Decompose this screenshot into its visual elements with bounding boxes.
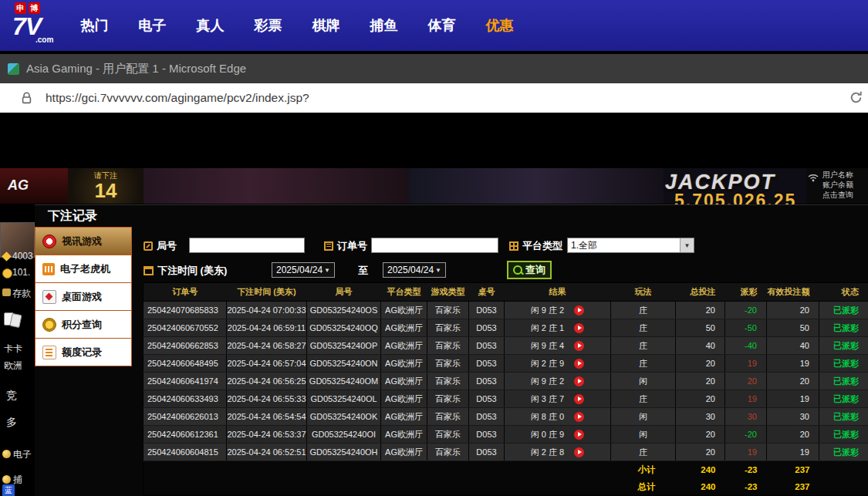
replay-button[interactable] bbox=[574, 430, 584, 440]
cell-play: 庄 bbox=[611, 302, 676, 319]
table-row: 250424060633493 2025-04-24 06:55:33 GD05… bbox=[144, 390, 868, 408]
order-id-input[interactable] bbox=[371, 238, 498, 253]
cell-result: 闲 0 庄 9 bbox=[505, 426, 611, 444]
cell-game-type: 百家乐 bbox=[427, 302, 469, 319]
nav-item-0[interactable]: 热门 bbox=[66, 16, 123, 35]
cell-table-id: D053 bbox=[469, 444, 505, 461]
lock-icon[interactable] bbox=[22, 92, 32, 104]
user-info-line: 账户余额 bbox=[822, 180, 868, 190]
cell-round-id: GD053254240OM bbox=[307, 373, 381, 390]
screen: 申 博 7V .com 热门电子真人彩票棋牌捕鱼体育优惠 Asia Gaming… bbox=[0, 0, 868, 496]
table-row: 250424060648495 2025-04-24 06:57:04 GD05… bbox=[144, 355, 868, 373]
sidebar-item[interactable]: 电子老虎机 bbox=[35, 255, 131, 283]
total-valid-bet: 237 bbox=[767, 478, 819, 496]
cell-payout: 19 bbox=[725, 444, 767, 461]
background-menu-fragment[interactable]: 卡卡 bbox=[4, 342, 22, 356]
url-text[interactable]: https://gci.7vvvvvv.com/agingame/pcv2/in… bbox=[46, 91, 309, 105]
replay-button[interactable] bbox=[574, 305, 584, 315]
live-video-icon bbox=[42, 235, 56, 248]
countdown-value: 14 bbox=[68, 179, 144, 203]
total-payout: -23 bbox=[725, 478, 767, 496]
background-menu-fragment[interactable]: 存款 bbox=[12, 287, 31, 300]
nav-item-3[interactable]: 彩票 bbox=[239, 16, 297, 35]
tag-icon bbox=[144, 241, 153, 251]
cell-valid-bet: 20 bbox=[767, 373, 819, 390]
cell-total-bet: 20 bbox=[676, 355, 725, 373]
cell-bet-time: 2025-04-24 06:59:11 bbox=[227, 319, 307, 337]
table-row: 250424060626013 2025-04-24 06:54:54 GD05… bbox=[144, 408, 868, 426]
cell-valid-bet: 50 bbox=[767, 319, 819, 337]
search-button-label: 查询 bbox=[525, 263, 545, 277]
cards-icon bbox=[4, 312, 27, 328]
replay-button[interactable] bbox=[574, 323, 584, 333]
chevron-down-icon: ▼ bbox=[435, 267, 441, 274]
credit-record-icon bbox=[42, 346, 56, 359]
nav-item-1[interactable]: 电子 bbox=[123, 16, 181, 35]
cell-total-bet: 40 bbox=[676, 337, 725, 355]
cell-order-id: 250424060612361 bbox=[144, 426, 227, 444]
subtotal-payout: -23 bbox=[725, 461, 767, 479]
cell-round-id: GD053254240OQ bbox=[307, 319, 381, 337]
cell-game-type: 百家乐 bbox=[427, 319, 469, 337]
cell-total-bet: 20 bbox=[676, 444, 725, 461]
cell-bet-time: 2025-04-24 06:53:37 bbox=[227, 426, 307, 444]
cell-valid-bet: 19 bbox=[767, 355, 819, 373]
replay-button[interactable] bbox=[574, 359, 584, 369]
nav-item-5[interactable]: 捕鱼 bbox=[355, 16, 413, 35]
cell-bet-time: 2025-04-24 06:58:27 bbox=[227, 337, 307, 355]
cell-status: 已派彩 bbox=[819, 302, 868, 319]
site-logo[interactable]: 申 博 7V .com bbox=[12, 2, 68, 49]
background-menu-fragment[interactable]: 电子 bbox=[13, 448, 32, 461]
nav-item-6[interactable]: 体育 bbox=[413, 16, 471, 35]
replay-button[interactable] bbox=[574, 341, 584, 351]
cell-play: 庄 bbox=[611, 444, 676, 461]
cell-table-id: D053 bbox=[469, 355, 505, 373]
ag-logo: AG bbox=[8, 177, 29, 194]
cell-result: 闲 9 庄 2 bbox=[505, 302, 611, 319]
cell-table-id: D053 bbox=[469, 373, 505, 390]
browser-titlebar: Asia Gaming - 用户配置 1 - Microsoft Edge bbox=[0, 54, 868, 83]
cell-bet-time: 2025-04-24 07:00:33 bbox=[227, 302, 307, 319]
replay-button[interactable] bbox=[574, 376, 584, 386]
refresh-icon[interactable] bbox=[849, 90, 863, 108]
date-to-picker[interactable]: 2025/04/24 ▼ bbox=[383, 262, 446, 278]
cell-result: 闲 9 庄 2 bbox=[505, 373, 611, 390]
background-menu-fragment[interactable]: 欧洲 bbox=[4, 359, 22, 373]
cell-platform: AG欧洲厅 bbox=[381, 337, 427, 355]
nav-item-2[interactable]: 真人 bbox=[181, 16, 239, 35]
logo-suffix: .com bbox=[35, 35, 68, 44]
replay-button[interactable] bbox=[574, 394, 584, 404]
nav-item-4[interactable]: 棋牌 bbox=[297, 16, 355, 35]
column-header: 总投注 bbox=[676, 283, 725, 302]
background-menu-fragment[interactable]: 竞 bbox=[6, 389, 17, 403]
banner-image bbox=[144, 168, 409, 204]
cell-bet-time: 2025-04-24 06:55:33 bbox=[227, 390, 307, 408]
background-menu-fragment[interactable]: 蓝 bbox=[2, 484, 15, 496]
sidebar-item[interactable]: 视讯游戏 bbox=[35, 228, 131, 255]
replay-button[interactable] bbox=[574, 447, 584, 457]
cell-status: 已派彩 bbox=[819, 319, 868, 337]
browser-urlbar[interactable]: https://gci.7vvvvvv.com/agingame/pcv2/in… bbox=[0, 83, 868, 113]
background-menu-fragment: 101. bbox=[12, 267, 30, 278]
nav-item-7[interactable]: 优惠 bbox=[471, 16, 529, 35]
sidebar-item[interactable]: 桌面游戏 bbox=[35, 283, 131, 311]
modal-title: 下注记录 bbox=[48, 208, 97, 224]
background-menu-fragment[interactable]: 多 bbox=[6, 416, 17, 430]
column-header: 有效投注额 bbox=[767, 283, 819, 302]
date-from-value: 2025/04/24 bbox=[276, 265, 323, 275]
subtotal-row: 小计 240 -23 237 bbox=[144, 461, 868, 479]
platform-type-select[interactable]: 1.全部 ▼ bbox=[567, 238, 694, 253]
game-banner: AG 请下注 14 JACKPOT 5,705,026.25 用户名称 账户余额… bbox=[0, 168, 868, 204]
window-title: Asia Gaming - 用户配置 1 - Microsoft Edge bbox=[26, 62, 246, 76]
sidebar-item[interactable]: 额度记录 bbox=[35, 339, 131, 366]
date-from-picker[interactable]: 2025/04/24 ▼ bbox=[272, 262, 335, 278]
replay-button[interactable] bbox=[574, 412, 584, 422]
tab-favicon-icon bbox=[8, 63, 19, 75]
cell-platform: AG欧洲厅 bbox=[381, 319, 427, 337]
cell-table-id: D053 bbox=[469, 337, 505, 355]
cell-payout: -20 bbox=[725, 302, 767, 319]
search-button[interactable]: 查询 bbox=[507, 261, 552, 279]
magnifier-icon bbox=[513, 265, 522, 275]
round-id-input[interactable] bbox=[189, 238, 305, 253]
sidebar-item[interactable]: 积分查询 bbox=[35, 311, 131, 339]
